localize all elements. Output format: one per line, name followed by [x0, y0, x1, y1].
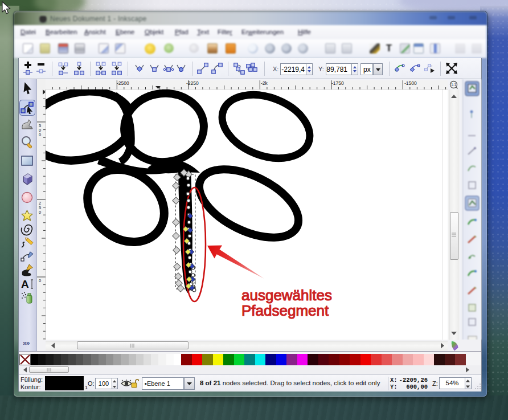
- svg-text:A: A: [21, 278, 29, 290]
- svg-text:0: 0: [39, 132, 41, 137]
- svg-text:-2250: -2250: [186, 80, 199, 86]
- svg-text:1:1: 1:1: [451, 83, 456, 87]
- svg-text:ausgewähltes: ausgewähltes: [241, 287, 332, 304]
- svg-text:-1750: -1750: [331, 80, 344, 86]
- svg-text:0: 0: [39, 210, 41, 215]
- svg-text:Pfadsegment: Pfadsegment: [241, 302, 329, 319]
- svg-text:-1500: -1500: [404, 80, 417, 86]
- svg-text:-2k: -2k: [261, 80, 268, 86]
- svg-text:-2500: -2500: [117, 80, 129, 86]
- svg-text:0: 0: [39, 278, 41, 283]
